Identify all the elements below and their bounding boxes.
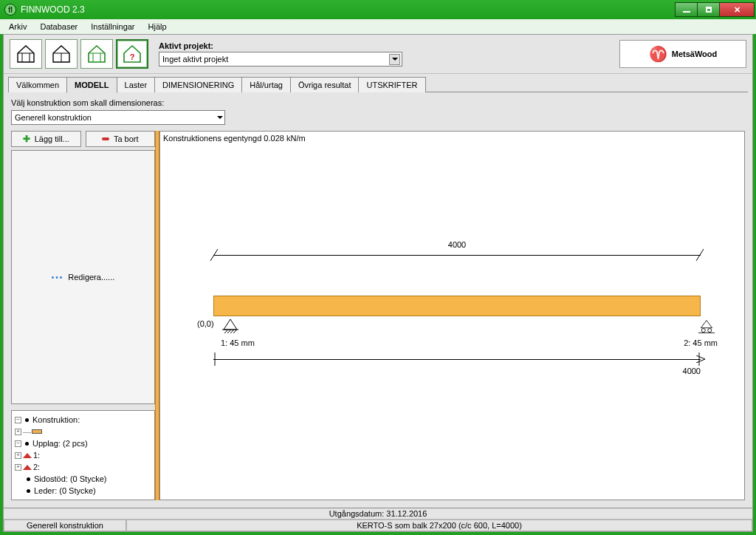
profile-button-1[interactable] (10, 39, 42, 69)
house-icon (15, 43, 37, 65)
construction-value: Generell konstruktion (15, 113, 92, 122)
beam-icon (32, 429, 42, 434)
title-bar: fl FINNWOOD 2.3 ✕ (0, 0, 756, 19)
svg-text:?: ? (130, 52, 135, 61)
add-label: Lägg till... (35, 134, 69, 143)
window-title: FINNWOOD 2.3 (21, 4, 85, 15)
svg-line-6 (230, 330, 233, 333)
svg-point-8 (701, 329, 705, 333)
support-2-label: 2: 45 mm (684, 338, 718, 347)
beam-canvas[interactable]: Konstruktionens egentyngd 0.028 kN/m 400… (159, 131, 745, 500)
menu-bar: Arkiv Databaser Inställningar Hjälp (0, 19, 756, 34)
house-question-icon: ? (121, 43, 143, 65)
close-button[interactable]: ✕ (719, 2, 755, 17)
tab-utskrifter[interactable]: UTSKRIFTER (358, 77, 425, 92)
project-value: Inget aktivt projekt (162, 55, 228, 64)
main-shell: ? Aktivt projekt: Inget aktivt projekt ♈… (3, 34, 753, 532)
tab-modell[interactable]: MODELL (66, 77, 117, 93)
menu-arkiv[interactable]: Arkiv (3, 21, 32, 33)
edit-label: Redigera...... (68, 273, 114, 282)
project-label: Aktivt projekt: (159, 41, 402, 50)
minimize-button[interactable] (675, 2, 697, 17)
profile-button-3[interactable] (80, 39, 113, 69)
add-button[interactable]: ✚ Lägg till... (11, 131, 81, 147)
length-top-label: 4000 (448, 240, 466, 249)
minus-icon (102, 137, 109, 140)
svg-line-2 (696, 249, 704, 261)
logo-text: MetsäWood (672, 50, 718, 58)
svg-line-5 (227, 330, 230, 333)
length-bottom-label: 4000 (683, 367, 701, 375)
tree-node-konstruktion[interactable]: −Konstruktion: (13, 414, 153, 426)
tree-node-upplag[interactable]: −Upplag: (2 pcs) (13, 437, 153, 449)
construction-select[interactable]: Generell konstruktion (11, 110, 225, 125)
status-construction: Generell konstruktion (4, 519, 126, 531)
tree-node-support-2[interactable]: +2: (13, 461, 153, 473)
tab-ovriga[interactable]: Övriga resultat (290, 77, 360, 92)
house-green-icon (86, 43, 108, 65)
maximize-button[interactable] (697, 2, 719, 17)
tree-node-leder[interactable]: Leder: (0 Stycke) (13, 485, 153, 497)
menu-installningar[interactable]: Inställningar (85, 21, 140, 33)
project-area: Aktivt projekt: Inget aktivt projekt (159, 41, 402, 67)
metsawood-logo: ♈ MetsäWood (619, 40, 746, 68)
house-icon (50, 43, 72, 65)
menu-hjalp[interactable]: Hjälp (142, 21, 173, 33)
dropdown-arrow-icon (389, 54, 400, 65)
origin-label: (0,0) (197, 319, 214, 328)
tab-hal[interactable]: Hål/urtag (241, 77, 291, 92)
moose-icon: ♈ (649, 45, 667, 63)
tree-node-section[interactable]: +— (13, 426, 153, 437)
status-bar-date: Utgångsdatum: 31.12.2016 (4, 508, 752, 519)
dots-icon: ••• (52, 273, 64, 282)
tree-node-sidostod[interactable]: Sidostöd: (0 Stycke) (13, 473, 153, 485)
support-1-label: 1: 45 mm (221, 338, 255, 347)
svg-line-1 (210, 249, 218, 261)
project-select[interactable]: Inget aktivt projekt (159, 52, 402, 67)
profile-button-4[interactable]: ? (116, 39, 148, 69)
svg-point-9 (708, 329, 712, 333)
window-buttons: ✕ (675, 2, 755, 17)
app-icon: fl (4, 4, 16, 16)
support-icon (23, 465, 32, 470)
profile-button-2[interactable] (45, 39, 78, 69)
edit-button[interactable]: ••• Redigera...... (11, 150, 155, 404)
left-column: ✚ Lägg till... Ta bort ••• Redigera.....… (11, 131, 155, 500)
tree-node-support-1[interactable]: +1: (13, 449, 153, 461)
tab-laster[interactable]: Laster (117, 77, 156, 92)
support-icon (23, 453, 32, 458)
beam-shape (213, 296, 701, 316)
construction-row: Välj konstruktion som skall dimensionera… (4, 92, 752, 128)
support-left-icon (222, 318, 238, 337)
remove-button[interactable]: Ta bort (86, 131, 156, 147)
content-area: ✚ Lägg till... Ta bort ••• Redigera.....… (11, 131, 745, 500)
dimension-top: 4000 (213, 246, 701, 264)
support-right-icon (698, 318, 715, 337)
tab-valkommen[interactable]: Välkommen (8, 77, 67, 92)
svg-line-4 (224, 330, 227, 333)
menu-databaser[interactable]: Databaser (34, 21, 83, 33)
self-weight-label: Konstruktionens egentyngd 0.028 kN/m (163, 134, 306, 143)
status-bar: Generell konstruktion KERTO-S som balk 2… (4, 519, 752, 531)
toolbar: ? Aktivt projekt: Inget aktivt projekt ♈… (4, 35, 752, 74)
plus-icon: ✚ (23, 134, 30, 144)
construction-label: Välj konstruktion som skall dimensionera… (11, 98, 745, 107)
tab-dimensionering[interactable]: DIMENSIONERING (154, 77, 242, 92)
tree-view[interactable]: −Konstruktion: +— −Upplag: (2 pcs) +1: +… (11, 410, 155, 500)
remove-label: Ta bort (114, 134, 139, 143)
dropdown-arrow-icon (217, 116, 223, 119)
tab-bar: Välkommen MODELL Laster DIMENSIONERING H… (4, 74, 752, 92)
svg-line-7 (233, 330, 236, 333)
status-section: KERTO-S som balk 27x200 (c/c 600, L=4000… (126, 519, 752, 531)
